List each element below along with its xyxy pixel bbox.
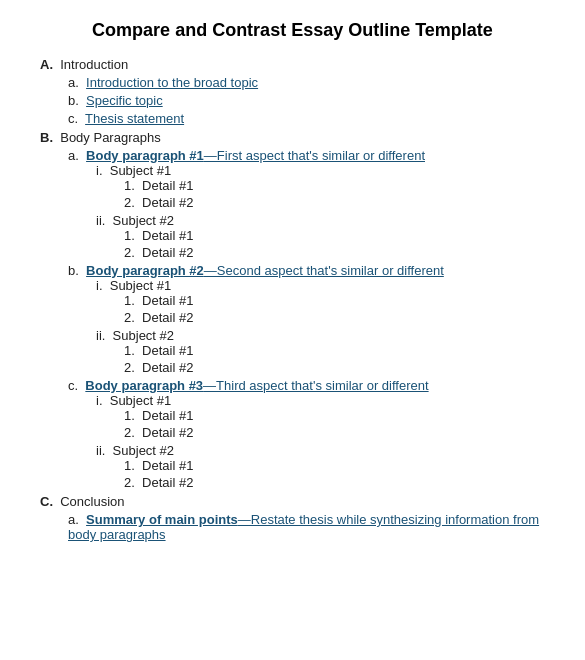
thesis-statement[interactable]: Thesis statement [85, 111, 184, 126]
list-item: 2. Detail #2 [124, 360, 555, 375]
subject-1-details: 1. Detail #1 2. Detail #2 [96, 293, 555, 325]
list-item: 1. Detail #1 [124, 293, 555, 308]
body-para-1-subjects: i. Subject #1 1. Detail #1 2. Detail #2 … [68, 163, 555, 260]
list-item: i. Subject #1 1. Detail #1 2. Detail #2 [96, 163, 555, 210]
conclusion-summary[interactable]: Summary of main points—Restate thesis wh… [68, 512, 539, 542]
subject-1-details: 1. Detail #1 2. Detail #2 [96, 178, 555, 210]
list-item: ii. Subject #2 1. Detail #1 2. Detail #2 [96, 213, 555, 260]
list-item: 2. Detail #2 [124, 310, 555, 325]
list-item: i. Subject #1 1. Detail #1 2. Detail #2 [96, 278, 555, 325]
list-item: a. Body paragraph #1—First aspect that's… [68, 148, 555, 260]
list-item: 1. Detail #1 [124, 178, 555, 193]
section-b: B. Body Paragraphs a. Body paragraph #1—… [40, 130, 555, 490]
body-para-1-head[interactable]: Body paragraph #1 [86, 148, 204, 163]
list-item: 2. Detail #2 [124, 195, 555, 210]
body-para-3-head[interactable]: Body paragraph #3 [85, 378, 203, 393]
section-a-items: a. Introduction to the broad topic b. Sp… [40, 75, 555, 126]
section-c: C. Conclusion a. Summary of main points—… [40, 494, 555, 542]
list-item: b. Specific topic [68, 93, 555, 108]
list-item: 2. Detail #2 [124, 425, 555, 440]
subject-2-details: 1. Detail #1 2. Detail #2 [96, 343, 555, 375]
section-c-label: C. Conclusion [40, 494, 555, 509]
body-para-1-suffix: —First aspect that's similar or differen… [204, 148, 425, 163]
list-item: ii. Subject #2 1. Detail #1 2. Detail #2 [96, 443, 555, 490]
page-title: Compare and Contrast Essay Outline Templ… [30, 20, 555, 41]
body-para-2-head[interactable]: Body paragraph #2 [86, 263, 204, 278]
list-item: ii. Subject #2 1. Detail #1 2. Detail #2 [96, 328, 555, 375]
list-item: 1. Detail #1 [124, 228, 555, 243]
section-a-label: A. Introduction [40, 57, 555, 72]
body-para-2-subjects: i. Subject #1 1. Detail #1 2. Detail #2 … [68, 278, 555, 375]
body-para-3-subjects: i. Subject #1 1. Detail #1 2. Detail #2 … [68, 393, 555, 490]
subject-2-details: 1. Detail #1 2. Detail #2 [96, 228, 555, 260]
section-c-items: a. Summary of main points—Restate thesis… [40, 512, 555, 542]
outline-container: A. Introduction a. Introduction to the b… [30, 57, 555, 542]
section-b-label: B. Body Paragraphs [40, 130, 555, 145]
section-a: A. Introduction a. Introduction to the b… [40, 57, 555, 126]
intro-broad-topic[interactable]: Introduction to the broad topic [86, 75, 258, 90]
section-b-items: a. Body paragraph #1—First aspect that's… [40, 148, 555, 490]
subject-1-details: 1. Detail #1 2. Detail #2 [96, 408, 555, 440]
body-para-3-suffix: —Third aspect that's similar or differen… [203, 378, 429, 393]
list-item: a. Summary of main points—Restate thesis… [68, 512, 555, 542]
list-item: c. Thesis statement [68, 111, 555, 126]
list-item: a. Introduction to the broad topic [68, 75, 555, 90]
body-para-2-suffix: —Second aspect that's similar or differe… [204, 263, 444, 278]
list-item: 2. Detail #2 [124, 475, 555, 490]
list-item: 2. Detail #2 [124, 245, 555, 260]
subject-2-details: 1. Detail #1 2. Detail #2 [96, 458, 555, 490]
list-item: 1. Detail #1 [124, 408, 555, 423]
list-item: c. Body paragraph #3—Third aspect that's… [68, 378, 555, 490]
specific-topic[interactable]: Specific topic [86, 93, 163, 108]
list-item: i. Subject #1 1. Detail #1 2. Detail #2 [96, 393, 555, 440]
list-item: 1. Detail #1 [124, 458, 555, 473]
list-item: b. Body paragraph #2—Second aspect that'… [68, 263, 555, 375]
list-item: 1. Detail #1 [124, 343, 555, 358]
